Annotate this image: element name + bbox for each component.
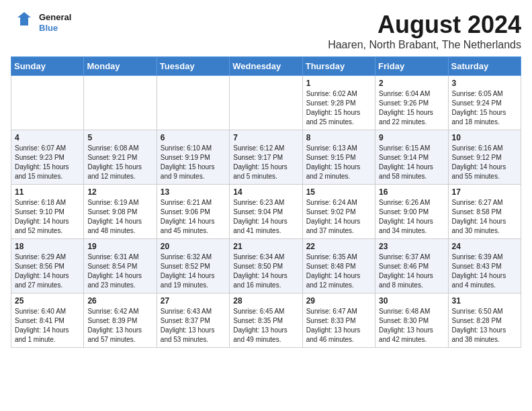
calendar-cell: 30Sunrise: 6:48 AM Sunset: 8:30 PM Dayli…: [375, 293, 448, 348]
day-header-tuesday: Tuesday: [157, 57, 229, 76]
cell-details: Sunrise: 6:43 AM Sunset: 8:37 PM Dayligh…: [161, 307, 226, 345]
cell-details: Sunrise: 6:50 AM Sunset: 8:28 PM Dayligh…: [452, 307, 517, 345]
cell-details: Sunrise: 6:15 AM Sunset: 9:14 PM Dayligh…: [379, 144, 444, 181]
cell-details: Sunrise: 6:23 AM Sunset: 9:04 PM Dayligh…: [233, 198, 298, 236]
day-number: 7: [233, 133, 298, 142]
week-row-3: 11Sunrise: 6:18 AM Sunset: 9:10 PM Dayli…: [11, 185, 521, 239]
calendar-cell: 28Sunrise: 6:45 AM Sunset: 8:35 PM Dayli…: [230, 293, 302, 348]
day-number: 10: [452, 133, 517, 142]
day-number: 15: [306, 187, 371, 197]
logo-blue: Blue: [39, 23, 71, 34]
day-number: 18: [15, 242, 80, 251]
cell-details: Sunrise: 6:21 AM Sunset: 9:06 PM Dayligh…: [161, 198, 226, 236]
calendar-cell: [11, 76, 84, 130]
cell-details: Sunrise: 6:04 AM Sunset: 9:26 PM Dayligh…: [379, 89, 444, 127]
calendar-cell: 19Sunrise: 6:31 AM Sunset: 8:54 PM Dayli…: [84, 239, 157, 293]
day-header-monday: Monday: [84, 57, 157, 76]
calendar-cell: 22Sunrise: 6:35 AM Sunset: 8:48 PM Dayli…: [302, 239, 375, 293]
calendar-cell: 27Sunrise: 6:43 AM Sunset: 8:37 PM Dayli…: [157, 293, 229, 348]
cell-details: Sunrise: 6:39 AM Sunset: 8:43 PM Dayligh…: [452, 253, 517, 290]
week-row-2: 4Sunrise: 6:07 AM Sunset: 9:23 PM Daylig…: [11, 130, 521, 185]
calendar-cell: 13Sunrise: 6:21 AM Sunset: 9:06 PM Dayli…: [157, 185, 229, 239]
calendar-cell: 11Sunrise: 6:18 AM Sunset: 9:10 PM Dayli…: [11, 185, 84, 239]
calendar-cell: 14Sunrise: 6:23 AM Sunset: 9:04 PM Dayli…: [230, 185, 302, 239]
location: Haaren, North Brabant, The Netherlands: [328, 39, 521, 51]
cell-details: Sunrise: 6:10 AM Sunset: 9:19 PM Dayligh…: [161, 144, 226, 181]
day-number: 12: [87, 187, 152, 197]
day-number: 11: [15, 187, 80, 197]
calendar-cell: [230, 76, 302, 130]
day-number: 30: [379, 296, 444, 306]
week-row-4: 18Sunrise: 6:29 AM Sunset: 8:56 PM Dayli…: [11, 239, 521, 293]
day-number: 16: [379, 187, 444, 197]
cell-details: Sunrise: 6:18 AM Sunset: 9:10 PM Dayligh…: [15, 198, 80, 236]
cell-details: Sunrise: 6:05 AM Sunset: 9:24 PM Dayligh…: [452, 89, 517, 127]
calendar-cell: 7Sunrise: 6:12 AM Sunset: 9:17 PM Daylig…: [230, 130, 302, 185]
cell-details: Sunrise: 6:31 AM Sunset: 8:54 PM Dayligh…: [87, 253, 152, 290]
day-number: 17: [452, 187, 517, 197]
day-header-saturday: Saturday: [448, 57, 521, 76]
cell-details: Sunrise: 6:07 AM Sunset: 9:23 PM Dayligh…: [15, 144, 80, 181]
calendar-cell: 9Sunrise: 6:15 AM Sunset: 9:14 PM Daylig…: [375, 130, 448, 185]
month-title: August 2024: [328, 11, 521, 39]
logo-svg: [11, 11, 35, 35]
cell-details: Sunrise: 6:48 AM Sunset: 8:30 PM Dayligh…: [379, 307, 444, 345]
calendar-cell: 12Sunrise: 6:19 AM Sunset: 9:08 PM Dayli…: [84, 185, 157, 239]
calendar-cell: 17Sunrise: 6:27 AM Sunset: 8:58 PM Dayli…: [448, 185, 521, 239]
calendar-cell: 25Sunrise: 6:40 AM Sunset: 8:41 PM Dayli…: [11, 293, 84, 348]
logo-general: General: [39, 12, 71, 23]
cell-details: Sunrise: 6:32 AM Sunset: 8:52 PM Dayligh…: [161, 253, 226, 290]
cell-details: Sunrise: 6:29 AM Sunset: 8:56 PM Dayligh…: [15, 253, 80, 290]
day-number: 2: [379, 79, 444, 88]
calendar-body: 1Sunrise: 6:02 AM Sunset: 9:28 PM Daylig…: [11, 76, 521, 348]
cell-details: Sunrise: 6:27 AM Sunset: 8:58 PM Dayligh…: [452, 198, 517, 236]
day-number: 22: [306, 242, 371, 251]
calendar-cell: 29Sunrise: 6:47 AM Sunset: 8:33 PM Dayli…: [302, 293, 375, 348]
day-number: 6: [161, 133, 226, 142]
day-header-wednesday: Wednesday: [230, 57, 302, 76]
title-block: August 2024 Haaren, North Brabant, The N…: [328, 11, 521, 51]
day-header-friday: Friday: [375, 57, 448, 76]
page-header: General Blue August 2024 Haaren, North B…: [11, 11, 521, 51]
calendar-cell: 6Sunrise: 6:10 AM Sunset: 9:19 PM Daylig…: [157, 130, 229, 185]
day-number: 14: [233, 187, 298, 197]
logo-container: General Blue: [11, 11, 71, 35]
day-number: 23: [379, 242, 444, 251]
calendar-table: SundayMondayTuesdayWednesdayThursdayFrid…: [11, 56, 521, 348]
calendar-cell: 1Sunrise: 6:02 AM Sunset: 9:28 PM Daylig…: [302, 76, 375, 130]
cell-details: Sunrise: 6:35 AM Sunset: 8:48 PM Dayligh…: [306, 253, 371, 290]
calendar-cell: 5Sunrise: 6:08 AM Sunset: 9:21 PM Daylig…: [84, 130, 157, 185]
calendar-cell: 4Sunrise: 6:07 AM Sunset: 9:23 PM Daylig…: [11, 130, 84, 185]
day-number: 31: [452, 296, 517, 306]
cell-details: Sunrise: 6:16 AM Sunset: 9:12 PM Dayligh…: [452, 144, 517, 181]
day-number: 9: [379, 133, 444, 142]
day-number: 20: [161, 242, 226, 251]
calendar-cell: [84, 76, 157, 130]
calendar-cell: 26Sunrise: 6:42 AM Sunset: 8:39 PM Dayli…: [84, 293, 157, 348]
week-row-1: 1Sunrise: 6:02 AM Sunset: 9:28 PM Daylig…: [11, 76, 521, 130]
day-number: 27: [161, 296, 226, 306]
day-number: 5: [87, 133, 152, 142]
day-header-sunday: Sunday: [11, 57, 84, 76]
cell-details: Sunrise: 6:26 AM Sunset: 9:00 PM Dayligh…: [379, 198, 444, 236]
week-row-5: 25Sunrise: 6:40 AM Sunset: 8:41 PM Dayli…: [11, 293, 521, 348]
cell-details: Sunrise: 6:12 AM Sunset: 9:17 PM Dayligh…: [233, 144, 298, 181]
cell-details: Sunrise: 6:42 AM Sunset: 8:39 PM Dayligh…: [87, 307, 152, 345]
calendar-cell: 15Sunrise: 6:24 AM Sunset: 9:02 PM Dayli…: [302, 185, 375, 239]
cell-details: Sunrise: 6:08 AM Sunset: 9:21 PM Dayligh…: [87, 144, 152, 181]
calendar-cell: 24Sunrise: 6:39 AM Sunset: 8:43 PM Dayli…: [448, 239, 521, 293]
day-number: 26: [87, 296, 152, 306]
calendar-cell: 23Sunrise: 6:37 AM Sunset: 8:46 PM Dayli…: [375, 239, 448, 293]
day-number: 8: [306, 133, 371, 142]
cell-details: Sunrise: 6:37 AM Sunset: 8:46 PM Dayligh…: [379, 253, 444, 290]
cell-details: Sunrise: 6:45 AM Sunset: 8:35 PM Dayligh…: [233, 307, 298, 345]
cell-details: Sunrise: 6:34 AM Sunset: 8:50 PM Dayligh…: [233, 253, 298, 290]
logo-text: General Blue: [39, 12, 71, 33]
logo: General Blue: [11, 11, 71, 35]
calendar-cell: 16Sunrise: 6:26 AM Sunset: 9:00 PM Dayli…: [375, 185, 448, 239]
calendar-cell: 20Sunrise: 6:32 AM Sunset: 8:52 PM Dayli…: [157, 239, 229, 293]
day-number: 13: [161, 187, 226, 197]
day-number: 24: [452, 242, 517, 251]
calendar-header-row: SundayMondayTuesdayWednesdayThursdayFrid…: [11, 57, 521, 76]
day-number: 28: [233, 296, 298, 306]
